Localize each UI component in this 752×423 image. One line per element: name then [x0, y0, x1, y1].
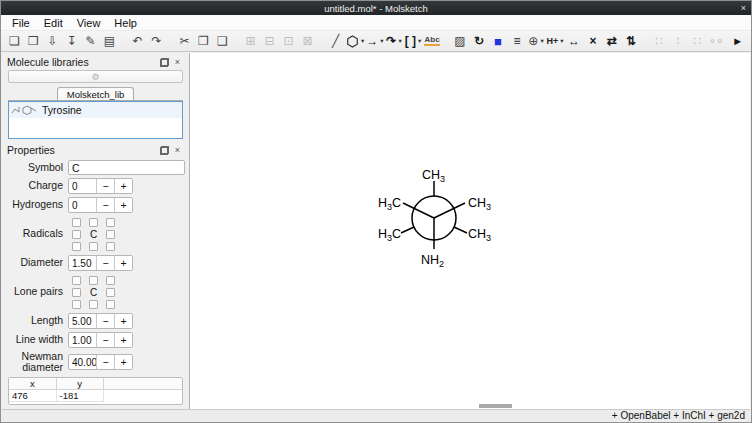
color-swatch-button[interactable]: ■: [489, 32, 508, 51]
diameter-decrement-button[interactable]: −: [96, 256, 114, 270]
lone-pairs-checkbox-2[interactable]: [89, 276, 98, 285]
menu-file[interactable]: File: [5, 17, 37, 29]
length-value[interactable]: 5.00: [69, 314, 96, 328]
title-bar[interactable]: untitled.mol* - Molsketch ×: [1, 1, 751, 15]
radicals-checkbox-4[interactable]: [72, 230, 81, 239]
zoom-original-button[interactable]: ⊡: [279, 32, 298, 51]
zoom-out-button[interactable]: ⊟: [260, 32, 279, 51]
flip-horizontal-button[interactable]: ⇄: [603, 32, 622, 51]
lone-pairs-checkbox-5[interactable]: [106, 288, 115, 297]
menu-edit[interactable]: Edit: [37, 17, 70, 29]
export-button[interactable]: ✎: [81, 32, 100, 51]
radicals-checkbox-6[interactable]: [72, 242, 81, 251]
radicals-checkbox-8[interactable]: [106, 242, 115, 251]
diameter-increment-button[interactable]: +: [114, 256, 132, 270]
rotate-tool-button[interactable]: ↻: [470, 32, 489, 51]
zoom-fit-button[interactable]: ⊠: [298, 32, 317, 51]
diameter-value[interactable]: 1.50: [69, 256, 96, 270]
symbol-input[interactable]: C: [68, 160, 185, 175]
column-header-x[interactable]: x: [9, 378, 56, 390]
save-as-button[interactable]: ↧: [62, 32, 81, 51]
hydrogen-tool-button[interactable]: H+▾: [546, 32, 565, 51]
align-button-3[interactable]: ∷: [688, 32, 707, 51]
newman-diameter-increment-button[interactable]: +: [114, 355, 132, 369]
lone-pairs-checkbox-6[interactable]: [72, 300, 81, 309]
chevron-down-icon[interactable]: ▾: [560, 37, 563, 45]
align-button-4[interactable]: ∘∘: [707, 32, 726, 51]
newman-diameter-decrement-button[interactable]: −: [96, 355, 114, 369]
text-tool-button[interactable]: Abc: [423, 32, 442, 51]
coordinate-x-cell[interactable]: 476: [9, 390, 56, 402]
lone-pairs-checkbox-8[interactable]: [106, 300, 115, 309]
chevron-down-icon[interactable]: ▾: [398, 37, 401, 45]
window-close-button[interactable]: ×: [741, 1, 746, 15]
lone-pairs-checkbox-1[interactable]: [72, 276, 81, 285]
charge-increment-button[interactable]: +: [114, 179, 132, 193]
charge-tool-button[interactable]: ⊕▾: [527, 32, 546, 51]
coordinates-table-box: x y 476 -181: [8, 377, 183, 405]
lone-pairs-checkbox-3[interactable]: [106, 276, 115, 285]
newman-diameter-value[interactable]: 40.00: [69, 355, 96, 369]
list-item-tyrosine[interactable]: Tyrosine: [9, 102, 182, 118]
copy-button[interactable]: ❐: [194, 32, 213, 51]
length-decrement-button[interactable]: −: [96, 314, 114, 328]
menu-view[interactable]: View: [70, 17, 108, 29]
radicals-checkbox-3[interactable]: [106, 218, 115, 227]
radicals-checkbox-5[interactable]: [106, 230, 115, 239]
open-file-button[interactable]: ❒: [24, 32, 43, 51]
chevron-down-icon[interactable]: ▾: [380, 37, 383, 45]
double-arrow-tool-button[interactable]: ↔: [565, 32, 584, 51]
draw-tool-button[interactable]: ╱: [326, 32, 345, 51]
lone-pairs-checkbox-7[interactable]: [89, 300, 98, 309]
length-increment-button[interactable]: +: [114, 314, 132, 328]
hydrogens-increment-button[interactable]: +: [114, 198, 132, 212]
save-file-button[interactable]: ⇩: [43, 32, 62, 51]
column-header-y[interactable]: y: [56, 378, 103, 390]
reaction-arrow-button[interactable]: →▾: [365, 32, 384, 51]
tab-molsketch-lib[interactable]: Molsketch_lib: [57, 87, 135, 100]
paste-button[interactable]: ❑: [213, 32, 232, 51]
zoom-in-button[interactable]: ⊞: [241, 32, 260, 51]
line-width-decrement-button[interactable]: −: [96, 333, 114, 347]
newman-projection-molecule[interactable]: CH3 H3C CH3 H3C CH3 NH2: [349, 165, 519, 275]
drawing-canvas[interactable]: CH3 H3C CH3 H3C CH3 NH2: [190, 53, 750, 409]
table-row[interactable]: 476 -181: [9, 390, 182, 402]
radicals-checkbox-2[interactable]: [89, 218, 98, 227]
toolbar-overflow-button[interactable]: ▸: [728, 32, 747, 51]
flip-vertical-button[interactable]: ⇅: [622, 32, 641, 51]
chevron-down-icon[interactable]: ▾: [361, 37, 364, 45]
radicals-checkbox-1[interactable]: [72, 218, 81, 227]
align-button-1[interactable]: ∷: [650, 32, 669, 51]
chevron-down-icon[interactable]: ▾: [540, 37, 543, 45]
delete-button[interactable]: ×: [584, 32, 603, 51]
lone-pairs-checkbox-4[interactable]: [72, 288, 81, 297]
redo-button[interactable]: ↷: [147, 32, 166, 51]
coordinate-y-cell[interactable]: -181: [56, 390, 103, 402]
bond-type-button[interactable]: ≡: [508, 32, 527, 51]
library-list[interactable]: Tyrosine: [8, 101, 183, 139]
charge-decrement-button[interactable]: −: [96, 179, 114, 193]
line-width-increment-button[interactable]: +: [114, 333, 132, 347]
float-panel-button[interactable]: [158, 57, 171, 68]
align-button-2[interactable]: ∶: [669, 32, 688, 51]
hydrogens-decrement-button[interactable]: −: [96, 198, 114, 212]
line-width-value[interactable]: 1.00: [69, 333, 96, 347]
horizontal-scrollbar-thumb[interactable]: [479, 404, 512, 408]
charge-value[interactable]: 0: [69, 179, 96, 193]
bracket-tool-button[interactable]: [ ]▾: [404, 32, 423, 51]
properties-panel-close-button[interactable]: ×: [171, 145, 184, 156]
mechanism-arrow-button[interactable]: ↷▾: [385, 32, 404, 51]
undo-button[interactable]: ↶: [128, 32, 147, 51]
hydrogens-value[interactable]: 0: [69, 198, 96, 212]
float-panel-button[interactable]: [158, 145, 171, 156]
library-panel-close-button[interactable]: ×: [171, 57, 184, 68]
menu-help[interactable]: Help: [107, 17, 144, 29]
ring-tool-button[interactable]: ▾: [345, 32, 365, 51]
print-button[interactable]: ▤: [100, 32, 119, 51]
new-file-button[interactable]: ❏: [5, 32, 24, 51]
radicals-checkbox-7[interactable]: [89, 242, 98, 251]
cut-button[interactable]: ✂: [175, 32, 194, 51]
library-settings-button[interactable]: ⚙: [8, 70, 183, 83]
selection-tool-button[interactable]: ▨: [451, 32, 470, 51]
chevron-down-icon[interactable]: ▾: [418, 37, 421, 45]
